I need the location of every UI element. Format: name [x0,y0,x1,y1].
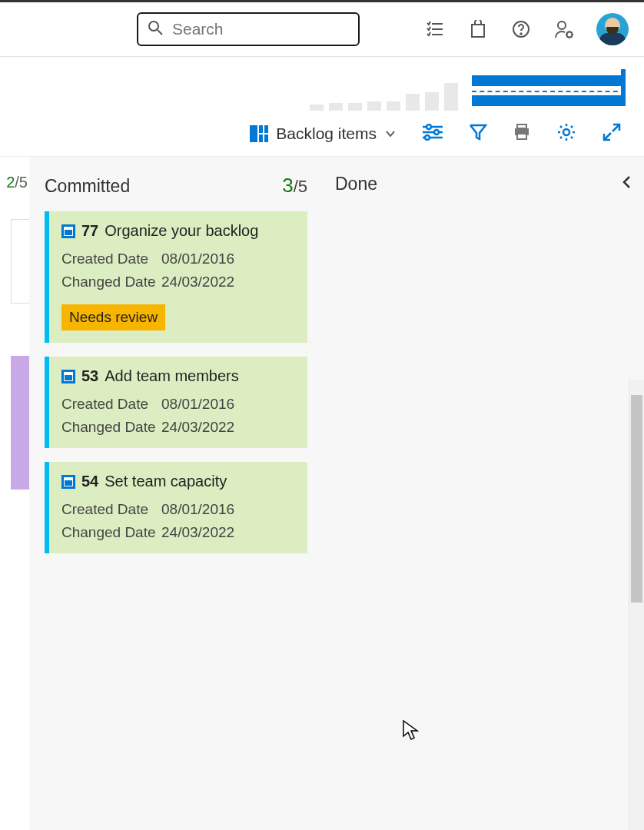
work-item-icon [61,370,75,383]
meta-label: Changed Date [61,524,161,541]
mini-bar-chart [310,69,458,111]
svg-rect-13 [259,134,263,142]
meta-label: Changed Date [61,274,161,290]
card-stub[interactable] [11,356,29,490]
gear-icon[interactable] [556,122,576,145]
work-item-card[interactable]: 77 Organize your backlog Created Date 08… [45,211,307,343]
meta-value: 08/01/2016 [161,251,295,267]
svg-rect-21 [517,124,526,128]
column-previous-partial: 2/5 [0,157,32,830]
svg-point-16 [427,124,431,129]
svg-point-20 [425,135,430,140]
svg-point-7 [520,33,522,35]
column-title: Done [335,174,377,194]
column-committed: Committed 3/5 77 Organize your backlog C… [32,157,323,830]
meta-label: Created Date [61,396,161,413]
svg-point-24 [563,129,569,135]
meta-value: 24/03/2022 [161,524,295,541]
work-item-icon [61,224,75,238]
svg-rect-11 [259,125,263,133]
svg-rect-10 [250,125,257,142]
search-box[interactable] [137,12,360,46]
meta-label: Created Date [61,251,161,267]
svg-rect-14 [264,134,268,142]
board: 2/5 Committed 3/5 77 Organize your backl… [0,157,644,830]
work-item-title: Set team capacity [105,473,227,490]
work-item-title: Organize your backlog [105,222,258,240]
view-label: Backlog items [276,124,377,143]
topbar [0,0,644,57]
svg-point-18 [434,130,439,134]
expand-icon[interactable] [603,123,621,144]
filter-icon[interactable] [469,123,487,144]
work-item-id: 54 [81,473,98,490]
work-item-card[interactable]: 54 Set team capacity Created Date 08/01/… [45,462,307,553]
work-item-icon [61,475,75,489]
work-item-title: Add team members [105,367,239,385]
sliders-icon[interactable] [423,124,443,144]
scrollbar[interactable] [629,380,644,830]
svg-rect-5 [472,25,484,37]
view-selector[interactable]: Backlog items [250,124,397,143]
card-stub[interactable] [11,219,29,304]
meta-value: 08/01/2016 [161,396,295,413]
column-count: 2/5 [6,174,28,191]
meta-value: 24/03/2022 [161,274,295,290]
svg-line-1 [158,30,162,35]
scrollbar-thumb[interactable] [631,395,642,603]
svg-point-8 [558,22,566,29]
meta-value: 24/03/2022 [161,419,295,436]
svg-rect-12 [264,125,268,133]
chart-zone [0,57,644,111]
svg-line-25 [612,124,619,131]
column-done: Done [323,157,644,830]
work-item-id: 53 [81,367,98,385]
svg-rect-23 [517,134,526,139]
meta-label: Created Date [61,501,161,518]
search-icon [148,20,163,38]
column-title: Committed [45,176,130,197]
chevron-down-icon [384,128,397,140]
meta-value: 08/01/2016 [161,501,295,518]
svg-point-0 [149,22,158,31]
svg-line-26 [604,133,611,140]
tag[interactable]: Needs review [61,304,165,330]
shopping-bag-icon[interactable] [467,18,489,40]
collapse-column-icon[interactable] [621,174,632,194]
column-count: 3/5 [282,174,307,198]
checklist-icon[interactable] [424,18,446,40]
search-input[interactable] [172,20,373,38]
cumulative-flow-chart[interactable] [472,69,626,111]
avatar[interactable] [596,13,629,45]
print-icon[interactable] [513,124,530,144]
meta-label: Changed Date [61,419,161,436]
user-settings-icon[interactable] [553,18,575,40]
work-item-id: 77 [81,222,98,240]
help-icon[interactable] [510,18,532,40]
work-item-card[interactable]: 53 Add team members Created Date 08/01/2… [45,357,307,448]
board-toolbar: Backlog items [0,111,644,157]
svg-point-9 [567,32,573,38]
